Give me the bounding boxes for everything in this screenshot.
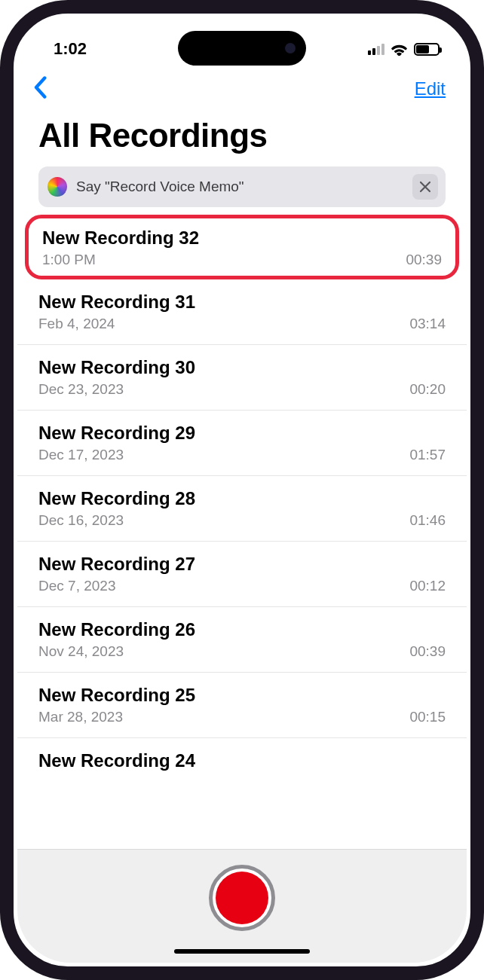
recording-row[interactable]: New Recording 27Dec 7, 202300:12 (17, 542, 467, 607)
recording-row[interactable]: New Recording 24 (17, 738, 467, 783)
recording-meta: Dec 16, 202301:46 (38, 512, 446, 529)
recording-duration: 00:39 (406, 252, 442, 268)
recording-duration: 01:57 (409, 447, 446, 463)
recording-date: Dec 17, 2023 (38, 447, 124, 463)
back-button[interactable] (32, 76, 47, 102)
recording-title: New Recording 28 (38, 488, 446, 509)
recording-duration: 00:15 (409, 709, 446, 725)
siri-icon (47, 177, 67, 197)
recordings-list: New Recording 321:00 PM00:39New Recordin… (17, 215, 467, 849)
recording-date: Feb 4, 2024 (38, 316, 115, 332)
recording-title: New Recording 25 (38, 685, 446, 706)
siri-suggestion-bar[interactable]: Say "Record Voice Memo" (38, 166, 446, 207)
recording-meta: Nov 24, 202300:39 (38, 643, 446, 660)
recording-title: New Recording 32 (42, 227, 442, 249)
home-indicator[interactable] (174, 949, 310, 954)
nav-bar: Edit (17, 70, 467, 108)
dynamic-island (178, 31, 306, 66)
siri-hint-text: Say "Record Voice Memo" (76, 179, 403, 195)
recording-duration: 01:46 (409, 512, 446, 529)
recording-meta: Dec 23, 202300:20 (38, 381, 446, 398)
recording-title: New Recording 31 (38, 292, 446, 313)
record-icon (216, 872, 268, 924)
device-frame: 1:02 Edit All Recordings Say "Record Voi… (0, 0, 484, 980)
recording-title: New Recording 27 (38, 554, 446, 575)
recording-title: New Recording 30 (38, 357, 446, 378)
page-title: All Recordings (17, 108, 467, 166)
recording-date: Dec 7, 2023 (38, 578, 115, 594)
recording-duration: 00:12 (409, 578, 446, 594)
recording-date: Nov 24, 2023 (38, 643, 124, 660)
recording-date: Dec 16, 2023 (38, 512, 124, 529)
record-button[interactable] (209, 865, 275, 931)
recording-row[interactable]: New Recording 26Nov 24, 202300:39 (17, 607, 467, 673)
recording-meta: Mar 28, 202300:15 (38, 709, 446, 725)
status-time: 1:02 (54, 39, 87, 59)
recording-row[interactable]: New Recording 30Dec 23, 202300:20 (17, 345, 467, 411)
wifi-icon (391, 43, 408, 56)
battery-icon (414, 43, 440, 56)
recording-duration: 00:39 (409, 643, 446, 660)
recording-date: 1:00 PM (42, 252, 96, 268)
close-icon[interactable] (412, 174, 438, 200)
recording-row[interactable]: New Recording 25Mar 28, 202300:15 (17, 673, 467, 738)
recording-meta: Feb 4, 202403:14 (38, 316, 446, 332)
recording-title: New Recording 26 (38, 619, 446, 640)
recording-title: New Recording 24 (38, 750, 446, 771)
recording-row[interactable]: New Recording 31Feb 4, 202403:14 (17, 279, 467, 345)
recording-meta: Dec 7, 202300:12 (38, 578, 446, 594)
recording-row[interactable]: New Recording 321:00 PM00:39 (25, 215, 459, 279)
recording-date: Mar 28, 2023 (38, 709, 123, 725)
recording-meta: Dec 17, 202301:57 (38, 447, 446, 463)
recording-meta: 1:00 PM00:39 (42, 252, 442, 268)
recording-duration: 03:14 (409, 316, 446, 332)
recording-duration: 00:20 (409, 381, 446, 398)
front-camera-icon (285, 43, 296, 53)
cellular-signal-icon (368, 43, 384, 55)
bottom-toolbar (17, 849, 467, 963)
recording-date: Dec 23, 2023 (38, 381, 124, 398)
recording-row[interactable]: New Recording 28Dec 16, 202301:46 (17, 476, 467, 542)
edit-button[interactable]: Edit (415, 78, 446, 99)
recording-title: New Recording 29 (38, 423, 446, 444)
recording-row[interactable]: New Recording 29Dec 17, 202301:57 (17, 411, 467, 476)
